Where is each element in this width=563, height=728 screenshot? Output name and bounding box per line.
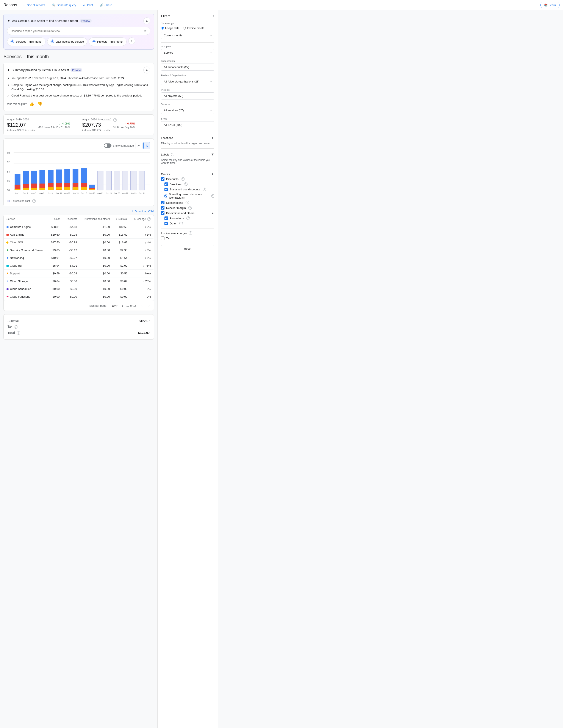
- rows-per-page-select[interactable]: 10 25 50: [111, 304, 118, 308]
- invoice-month-radio[interactable]: Invoice month: [183, 26, 204, 30]
- other-checkbox-item[interactable]: Other ?: [164, 222, 214, 225]
- svg-rect-26: [56, 189, 62, 190]
- promotions-main-checkbox[interactable]: [161, 211, 164, 215]
- svg-text:Aug 3: Aug 3: [23, 192, 28, 194]
- current-change-sub: -$5.21 over July 13 – 31, 2024: [38, 126, 70, 129]
- tax-row: Tax ? —: [8, 324, 150, 330]
- filters-collapse-button[interactable]: ›: [213, 14, 214, 18]
- cell-change: ↓ 20%: [130, 277, 153, 285]
- subscriptions-checkbox[interactable]: [161, 201, 164, 204]
- pagination-prev-button[interactable]: ‹: [140, 303, 144, 308]
- learn-button[interactable]: 📚 Learn: [540, 2, 560, 8]
- svg-rect-38: [89, 189, 95, 190]
- skus-select[interactable]: All SKUs (408): [161, 121, 214, 128]
- labels-collapsible[interactable]: Labels ? ▼: [161, 151, 214, 158]
- subaccounts-select[interactable]: All subaccounts (27): [161, 64, 214, 71]
- tax-help-icon[interactable]: ?: [14, 325, 17, 329]
- reset-button[interactable]: Reset: [161, 245, 214, 252]
- gemini-collapse-button[interactable]: ▲: [143, 17, 150, 24]
- cell-cost: $88.81: [48, 223, 62, 231]
- share-button[interactable]: 🔗 Share: [97, 2, 115, 8]
- svg-text:Aug 25: Aug 25: [114, 192, 120, 194]
- promotions-sub-checkbox-item[interactable]: Promotions ?: [164, 216, 214, 220]
- reseller-help-icon[interactable]: ?: [188, 206, 192, 210]
- subscriptions-help-icon[interactable]: ?: [185, 201, 189, 204]
- free-tiers-checkbox-item[interactable]: Free tiers ?: [164, 182, 214, 186]
- download-csv-button[interactable]: ⬇ Download CSV: [132, 210, 154, 213]
- sustained-help-icon[interactable]: ?: [202, 188, 206, 191]
- thumbs-up-button[interactable]: 👍: [28, 101, 35, 107]
- total-help-icon[interactable]: ?: [17, 331, 20, 335]
- invoice-charges-help-icon[interactable]: ?: [189, 231, 192, 235]
- see-all-reports-button[interactable]: ☰ See all reports: [20, 2, 48, 8]
- cell-service: Security Command Center: [4, 246, 48, 254]
- forecast-date: August 2024 (forecasted): [82, 118, 111, 121]
- group-by-select[interactable]: Service: [161, 49, 214, 56]
- table-header: Service Cost Discounts Promotions and ot…: [4, 215, 154, 223]
- spending-help-icon[interactable]: ?: [211, 194, 214, 198]
- promotions-sub-help-icon[interactable]: ?: [186, 216, 190, 220]
- sustained-checkbox-item[interactable]: Sustained use discounts ?: [164, 188, 214, 191]
- svg-text:Aug 31: Aug 31: [139, 192, 145, 194]
- cell-change: 0%: [130, 293, 153, 301]
- toggle-switch[interactable]: [104, 143, 111, 148]
- services-select[interactable]: All services (47): [161, 107, 214, 114]
- quick-link-last-invoice[interactable]: Last invoice by service: [47, 37, 87, 46]
- quick-links-next-button[interactable]: ›: [128, 37, 135, 44]
- cell-change: ↑ 1%: [130, 231, 153, 239]
- folders-select[interactable]: All folders/organizations (28): [161, 78, 214, 85]
- bar-chart-button[interactable]: [143, 142, 150, 149]
- usage-date-radio[interactable]: Usage date: [161, 26, 179, 30]
- promotions-checkbox-item[interactable]: Promotions and others ▲: [161, 211, 214, 215]
- reseller-checkbox[interactable]: [161, 206, 164, 210]
- thumbs-down-button[interactable]: 👎: [37, 101, 43, 107]
- content-area: ✦ Ask Gemini Cloud Assist to find or cre…: [0, 10, 157, 728]
- discounts-checkbox-item[interactable]: Discounts ?: [161, 177, 214, 181]
- col-promotions: Promotions and others: [79, 215, 112, 223]
- generate-query-button[interactable]: 🔍 Generate query: [49, 2, 79, 8]
- cell-discounts: $0.00: [62, 285, 80, 293]
- free-tiers-help-icon[interactable]: ?: [184, 182, 187, 186]
- cell-discounts: $0.00: [62, 277, 80, 285]
- time-range-select[interactable]: Current month: [161, 32, 214, 39]
- other-checkbox[interactable]: [164, 222, 168, 225]
- discounts-checkbox[interactable]: [161, 177, 164, 181]
- total-value: $122.07: [82, 330, 150, 336]
- labels-section: Labels ? ▼ Select the key and values of …: [161, 151, 214, 165]
- svg-rect-39: [97, 171, 103, 190]
- tax-checkbox-item[interactable]: Tax: [161, 236, 214, 240]
- change-help-icon[interactable]: ?: [147, 217, 151, 221]
- summary-title: ✦ Summary provided by Gemini Cloud Assis…: [7, 68, 82, 72]
- svg-rect-40: [106, 171, 111, 190]
- projects-select[interactable]: All projects (55): [161, 92, 214, 100]
- forecasted-help-icon[interactable]: ?: [32, 199, 36, 203]
- gemini-search-input[interactable]: [11, 29, 144, 33]
- spending-checkbox[interactable]: [164, 194, 167, 198]
- cell-promotions: $0.00: [79, 246, 112, 254]
- cumulative-toggle[interactable]: Show cumulative: [104, 143, 134, 148]
- promotions-sub-checkbox[interactable]: [164, 216, 168, 220]
- tax-checkbox[interactable]: [161, 236, 164, 240]
- subscriptions-checkbox-item[interactable]: Subscriptions ?: [161, 201, 214, 204]
- other-help-icon[interactable]: ?: [179, 222, 183, 225]
- spending-checkbox-item[interactable]: Spending based discounts (contractual) ?: [164, 193, 214, 199]
- current-main: $122.07 includes -$24.37 in credits: [7, 122, 35, 131]
- print-button[interactable]: 🖨 Print: [80, 2, 95, 8]
- current-inner: $122.07 includes -$24.37 in credits ↓ -4…: [7, 122, 75, 131]
- locations-collapsible[interactable]: Locations ▼: [161, 135, 214, 141]
- cell-cost: $3.05: [48, 246, 62, 254]
- labels-help-icon[interactable]: ?: [171, 153, 174, 156]
- sustained-checkbox[interactable]: [164, 188, 168, 191]
- line-chart-button[interactable]: [135, 142, 142, 149]
- cell-promotions: -$1.00: [79, 223, 112, 231]
- pagination-next-button[interactable]: ›: [147, 303, 151, 308]
- summary-collapse-button[interactable]: ▲: [143, 67, 150, 73]
- reseller-checkbox-item[interactable]: Reseller margin ?: [161, 206, 214, 210]
- forecast-help-icon[interactable]: ?: [113, 118, 117, 122]
- trend-icon-2: ↗: [7, 83, 10, 88]
- quick-link-services[interactable]: Services – this month: [7, 37, 45, 46]
- free-tiers-checkbox[interactable]: [164, 182, 168, 186]
- discounts-help-icon[interactable]: ?: [181, 177, 184, 181]
- cloud-icon-1: [10, 39, 14, 44]
- quick-link-projects[interactable]: Projects – this month: [89, 37, 126, 46]
